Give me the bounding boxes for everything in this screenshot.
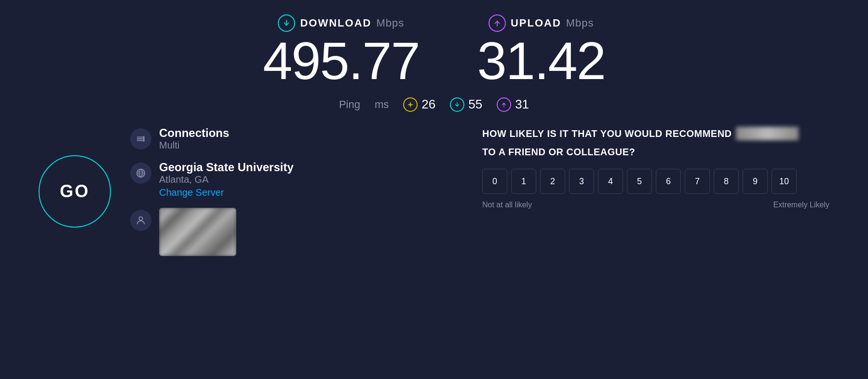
nps-btn-2[interactable]: 2 (540, 169, 565, 194)
server-info: Connections Multi (130, 126, 294, 256)
avatar-blur (159, 208, 236, 256)
download-value: 495.77 (263, 34, 419, 87)
main-container: DOWNLOAD Mbps 495.77 UPLOAD Mbps 31.42 P… (0, 0, 868, 379)
ping-download: 55 (450, 97, 482, 112)
go-label: GO (60, 181, 90, 202)
ping-unit: ms (375, 98, 389, 111)
nps-label-high: Extremely Likely (773, 201, 829, 209)
connections-text: Connections Multi (159, 126, 229, 151)
lower-section: GO Connections Multi (29, 126, 839, 256)
connections-icon (130, 128, 151, 149)
server-row: Georgia State University Atlanta, GA Cha… (130, 161, 294, 198)
nps-question: HOW LIKELY IS IT THAT YOU WOULD RECOMMEN… (482, 126, 829, 159)
upload-unit: Mbps (566, 17, 594, 29)
avatar-icon (130, 210, 151, 231)
nps-brand-blurred (736, 127, 799, 140)
connections-value: Multi (159, 140, 229, 151)
connections-row: Connections Multi (130, 126, 294, 151)
nps-labels: Not at all likely Extremely Likely (482, 201, 829, 209)
upload-icon (488, 14, 506, 32)
download-label: DOWNLOAD (300, 17, 371, 29)
nps-btn-3[interactable]: 3 (569, 169, 594, 194)
left-panel: GO Connections Multi (39, 126, 294, 256)
server-name: Georgia State University (159, 161, 294, 174)
change-server-link[interactable]: Change Server (159, 187, 294, 198)
server-text: Georgia State University Atlanta, GA Cha… (159, 161, 294, 198)
upload-block: UPLOAD Mbps 31.42 (477, 14, 605, 87)
ping-label: Ping (339, 98, 360, 111)
nps-btn-7[interactable]: 7 (685, 169, 710, 194)
go-button[interactable]: GO (39, 155, 111, 228)
nps-btn-4[interactable]: 4 (598, 169, 623, 194)
upload-value: 31.42 (477, 34, 605, 87)
nps-btn-1[interactable]: 1 (511, 169, 536, 194)
ping-upload-value: 31 (515, 97, 529, 112)
nps-question-part2: TO A FRIEND OR COLLEAGUE? (482, 145, 635, 159)
download-label-row: DOWNLOAD Mbps (278, 14, 404, 32)
ping-upload-icon (497, 97, 511, 112)
server-icon (130, 162, 151, 184)
ping-download-value: 55 (468, 97, 482, 112)
download-unit: Mbps (376, 17, 404, 29)
ping-download-icon (450, 97, 464, 112)
avatar-row (130, 208, 294, 256)
ping-idle-value: 26 (421, 97, 435, 112)
nps-scale: 0 1 2 3 4 5 6 7 8 9 10 (482, 169, 797, 194)
nps-btn-0[interactable]: 0 (482, 169, 507, 194)
connections-title: Connections (159, 126, 229, 140)
nps-panel: HOW LIKELY IS IT THAT YOU WOULD RECOMMEN… (482, 126, 829, 209)
ping-section: Ping ms 26 55 (339, 97, 529, 112)
upload-label-row: UPLOAD Mbps (488, 14, 594, 32)
speed-section: DOWNLOAD Mbps 495.77 UPLOAD Mbps 31.42 (29, 14, 839, 87)
ping-idle-icon (403, 97, 418, 112)
nps-btn-6[interactable]: 6 (656, 169, 681, 194)
download-icon (278, 14, 295, 32)
nps-btn-10[interactable]: 10 (772, 169, 797, 194)
nps-btn-5[interactable]: 5 (627, 169, 652, 194)
svg-point-2 (139, 217, 142, 220)
download-block: DOWNLOAD Mbps 495.77 (263, 14, 419, 87)
ping-upload: 31 (497, 97, 529, 112)
nps-btn-9[interactable]: 9 (743, 169, 768, 194)
ping-idle: 26 (403, 97, 435, 112)
upload-label: UPLOAD (511, 17, 561, 29)
server-location: Atlanta, GA (159, 174, 294, 185)
avatar-image (159, 208, 236, 256)
nps-label-low: Not at all likely (482, 201, 532, 209)
nps-btn-8[interactable]: 8 (714, 169, 739, 194)
nps-question-part1: HOW LIKELY IS IT THAT YOU WOULD RECOMMEN… (482, 126, 732, 141)
